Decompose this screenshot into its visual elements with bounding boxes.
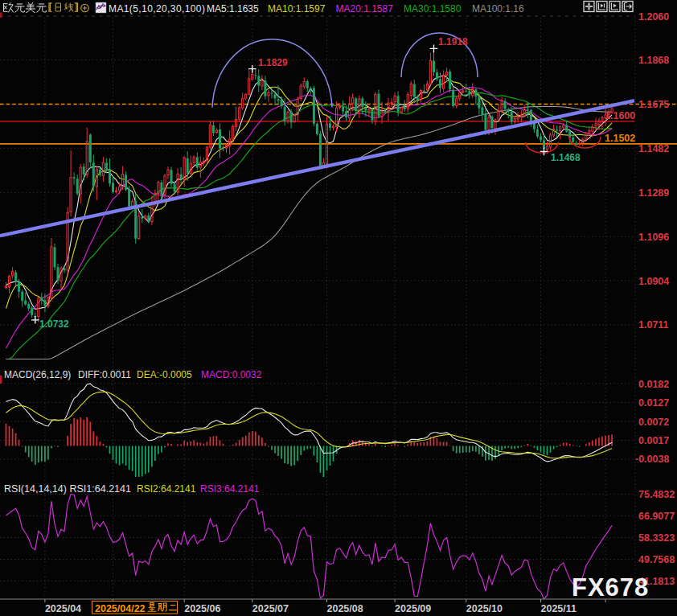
- svg-text:2025/10: 2025/10: [466, 603, 503, 614]
- svg-text:1.1096: 1.1096: [638, 232, 669, 243]
- svg-text:0.0182: 0.0182: [638, 379, 669, 390]
- svg-text:2025/06: 2025/06: [184, 603, 220, 614]
- svg-text:2025/04: 2025/04: [45, 603, 81, 614]
- svg-text:1.0904: 1.0904: [638, 276, 669, 287]
- svg-text:1.1868: 1.1868: [638, 55, 669, 66]
- svg-text:2025/04/22: 2025/04/22: [95, 603, 146, 614]
- svg-text:0.0017: 0.0017: [638, 435, 669, 446]
- svg-text:1.1600: 1.1600: [605, 110, 635, 121]
- svg-text:-0.0038: -0.0038: [635, 454, 669, 465]
- svg-text:1.1675: 1.1675: [638, 99, 669, 110]
- svg-text:MA1(5,10,20,30,100): MA1(5,10,20,30,100): [109, 3, 205, 14]
- svg-text:2025/07: 2025/07: [252, 603, 289, 614]
- svg-text:1.0711: 1.0711: [638, 319, 669, 331]
- svg-text:DIFF:0.0011: DIFF:0.0011: [78, 369, 131, 380]
- svg-text:1.1829: 1.1829: [258, 57, 288, 68]
- svg-text:FX678: FX678: [572, 573, 649, 602]
- svg-text:1.1918: 1.1918: [438, 36, 468, 47]
- svg-text:1.0732: 1.0732: [39, 318, 69, 330]
- svg-text:DEA:-0.0005: DEA:-0.0005: [137, 369, 192, 380]
- svg-text:1.2060: 1.2060: [638, 11, 669, 23]
- svg-text:MA100:1.16: MA100:1.16: [472, 3, 524, 14]
- svg-text:1.1468: 1.1468: [551, 152, 581, 163]
- svg-text:1.1502: 1.1502: [605, 133, 635, 144]
- svg-text:MA5:1.1635: MA5:1.1635: [207, 3, 259, 14]
- svg-text:49.7568: 49.7568: [638, 554, 675, 565]
- svg-text:58.3323: 58.3323: [638, 532, 675, 544]
- svg-text:MACD(26,12,9): MACD(26,12,9): [4, 369, 71, 380]
- svg-text:MA20:1.1587: MA20:1.1587: [336, 3, 394, 14]
- svg-text:0.0072: 0.0072: [638, 417, 669, 428]
- svg-text:RSI3:64.2141: RSI3:64.2141: [200, 483, 260, 495]
- svg-text:0.0127: 0.0127: [638, 397, 669, 409]
- svg-text:RSI(14,14,14) RSI1:64.2141: RSI(14,14,14) RSI1:64.2141: [4, 483, 131, 495]
- svg-text:MA10:1.1597: MA10:1.1597: [268, 3, 326, 14]
- svg-text:RSI2:64.2141: RSI2:64.2141: [137, 483, 196, 495]
- svg-text:1.1289: 1.1289: [638, 187, 669, 199]
- svg-text:75.4832: 75.4832: [638, 489, 675, 500]
- svg-text:2025/11: 2025/11: [541, 603, 577, 614]
- svg-text:MA30:1.1580: MA30:1.1580: [404, 3, 462, 14]
- svg-text:2025/09: 2025/09: [395, 603, 431, 614]
- svg-text:MACD:0.0032: MACD:0.0032: [201, 369, 262, 380]
- svg-text:2025/08: 2025/08: [327, 603, 363, 614]
- svg-text:1.1482: 1.1482: [638, 143, 669, 154]
- svg-text:66.9077: 66.9077: [638, 511, 675, 522]
